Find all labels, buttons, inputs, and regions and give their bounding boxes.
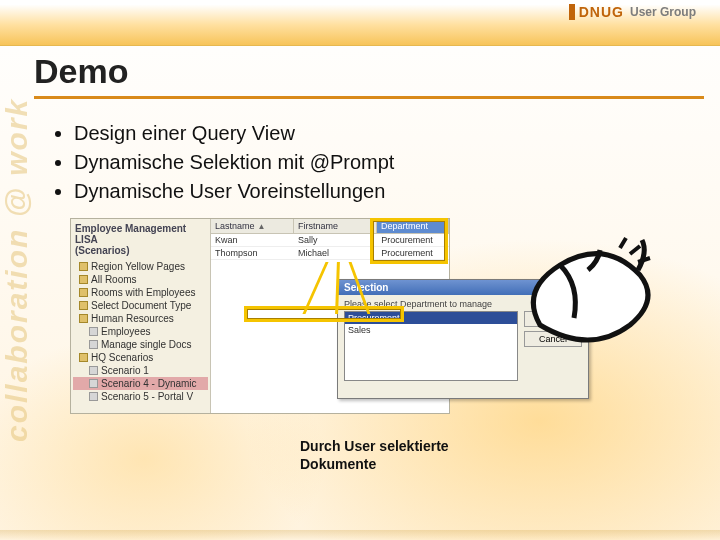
folder-icon [79,275,88,284]
watermark-text: collaboration @ work [0,0,34,540]
doc-icon [89,392,98,401]
dialog-listbox[interactable]: Procurement Sales [344,311,518,381]
doc-icon [89,327,98,336]
footer-shadow [0,530,720,540]
bullet-list: Design einer Query View Dynamische Selek… [56,120,394,207]
column-label: Lastname [215,221,255,231]
tree-label: Human Resources [91,313,174,324]
tree-label: Manage single Docs [101,339,192,350]
title-underline [34,96,704,99]
tree-node[interactable]: Employees [73,325,208,338]
logo-block: DNUG User Group [569,4,696,20]
tree-node[interactable]: HQ Scenarios [73,351,208,364]
table-row[interactable]: Kwan Sally Procurement [211,234,449,247]
tree-node[interactable]: Scenario 5 - Portal V [73,390,208,403]
logo-subtitle: User Group [630,5,696,19]
cell: Procurement [377,234,449,246]
table-pane: Lastname ▲ Firstname Department Kwan Sal… [211,219,449,413]
table-header-row: Lastname ▲ Firstname Department [211,219,449,234]
bullet-item: Dynamische Selektion mit @Prompt [74,149,394,176]
tree-pane: Employee Management LISA (Scenarios) Reg… [71,219,211,413]
logo-accent-bar [569,4,575,20]
tree-node-selected[interactable]: Scenario 4 - Dynamic [73,377,208,390]
tree-label: All Rooms [91,274,137,285]
tree-label: Scenario 5 - Portal V [101,391,193,402]
bullet-item: Dynamische User Voreinstellungen [74,178,394,205]
tree-label: Select Document Type [91,300,191,311]
caption-line1: Durch User selektierte [300,438,449,454]
slide-title: Demo [34,52,128,91]
tree-node[interactable]: Manage single Docs [73,338,208,351]
tree-label: Region Yellow Pages [91,261,185,272]
caption-line2: Dokumente [300,456,376,472]
caption: Durch User selektierte Dokumente [300,438,449,473]
cell: Procurement [377,247,449,259]
folder-icon [79,301,88,310]
folder-icon [79,262,88,271]
bullet-item: Design einer Query View [74,120,394,147]
cell: Thompson [211,247,294,259]
doc-icon [89,379,98,388]
cell: Kwan [211,234,294,246]
mouse-illustration [510,230,660,364]
mouse-icon [510,230,660,360]
column-header[interactable]: Lastname ▲ [211,219,294,233]
tree-label: Scenario 4 - Dynamic [101,378,197,389]
tree-label: HQ Scenarios [91,352,153,363]
tree-node[interactable]: Select Document Type [73,299,208,312]
tree-title-line2: (Scenarios) [75,245,129,256]
tree-label: Rooms with Employees [91,287,195,298]
cell: Michael [294,247,377,259]
column-header-highlighted[interactable]: Department [377,219,449,233]
tree-title-line1: Employee Management LISA [75,223,186,245]
tree-label: Employees [101,326,150,337]
folder-icon [79,353,88,362]
tree-node[interactable]: All Rooms [73,273,208,286]
table-row[interactable]: Thompson Michael Procurement [211,247,449,260]
tree-node[interactable]: Region Yellow Pages [73,260,208,273]
column-label: Firstname [298,221,338,231]
column-header[interactable]: Firstname [294,219,377,233]
folder-icon [79,288,88,297]
embedded-screenshot: Employee Management LISA (Scenarios) Reg… [70,218,450,414]
folder-icon [79,314,88,323]
tree-node[interactable]: Human Resources [73,312,208,325]
logo-brand: DNUG [579,4,624,20]
tree-label: Scenario 1 [101,365,149,376]
column-label: Department [381,221,428,231]
cell: Sally [294,234,377,246]
sort-icon: ▲ [258,222,266,231]
list-option[interactable]: Sales [345,324,517,336]
tree-node[interactable]: Rooms with Employees [73,286,208,299]
list-option-selected[interactable]: Procurement [345,312,517,324]
doc-icon [89,366,98,375]
tree-title: Employee Management LISA (Scenarios) [73,223,208,256]
doc-icon [89,340,98,349]
tree-node[interactable]: Scenario 1 [73,364,208,377]
